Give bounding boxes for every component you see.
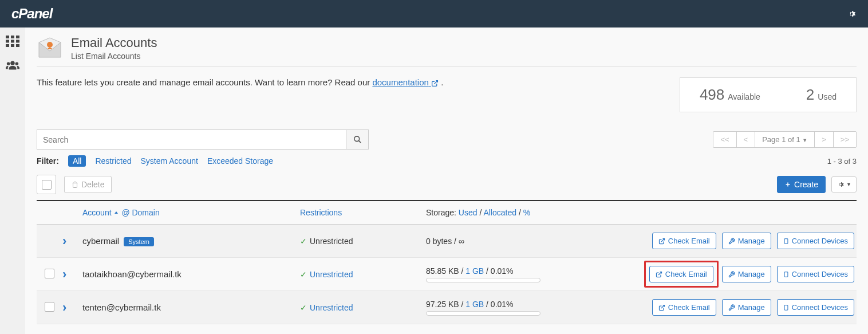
- check-email-button[interactable]: Check Email: [649, 266, 713, 282]
- account-name: cybermail: [82, 236, 119, 246]
- svg-point-10: [7, 62, 10, 65]
- pager-page[interactable]: Page 1 of 1 ▼: [755, 132, 815, 147]
- filter-label: Filter:: [37, 156, 59, 166]
- table-settings-button[interactable]: ▼: [831, 176, 857, 192]
- manage-button[interactable]: Manage: [722, 233, 771, 249]
- row-checkbox[interactable]: [45, 269, 54, 278]
- trash-icon: [72, 181, 78, 188]
- left-sidebar: [0, 27, 25, 334]
- svg-rect-3: [6, 40, 9, 43]
- restriction-value[interactable]: ✓ Unrestricted: [300, 270, 426, 279]
- connect-devices-button[interactable]: Connect Devices: [777, 233, 854, 249]
- wrench-icon: [728, 271, 735, 278]
- gear-icon: [837, 180, 845, 188]
- top-header: cPanel: [0, 0, 868, 27]
- storage-allocated-link[interactable]: 1 GB: [465, 266, 484, 276]
- storage-value: 85.85 KB / 1 GB / 0.01%: [426, 266, 586, 276]
- svg-line-14: [358, 140, 361, 143]
- filter-all[interactable]: All: [68, 155, 86, 167]
- restriction-value[interactable]: ✓ Unrestricted: [300, 303, 426, 312]
- check-email-button[interactable]: Check Email: [652, 233, 716, 249]
- filter-system[interactable]: System Account: [140, 156, 198, 166]
- phone-icon: [783, 304, 789, 312]
- check-email-button[interactable]: Check Email: [652, 299, 716, 316]
- table-row: ›cybermailSystem✓ Unrestricted0 bytes / …: [37, 225, 857, 258]
- external-link-icon: [658, 238, 665, 245]
- svg-point-9: [10, 61, 14, 65]
- filter-restricted[interactable]: Restricted: [95, 156, 131, 166]
- plus-icon: [784, 181, 791, 188]
- delete-button[interactable]: Delete: [64, 176, 112, 193]
- col-restrictions[interactable]: Restrictions: [300, 208, 342, 217]
- intro-prefix: This feature lets you create and manage …: [37, 77, 372, 87]
- pager-prev[interactable]: <: [737, 132, 756, 147]
- storage-progress: [426, 278, 540, 282]
- external-link-icon: [658, 304, 665, 311]
- chevron-right-icon[interactable]: ›: [62, 234, 66, 248]
- pager-first[interactable]: <<: [713, 132, 736, 147]
- select-all-checkbox[interactable]: [42, 180, 52, 190]
- check-icon: ✓: [300, 237, 307, 246]
- result-count: 1 - 3 of 3: [827, 157, 857, 166]
- documentation-link[interactable]: documentation: [372, 77, 439, 87]
- pager-last[interactable]: >>: [834, 132, 856, 147]
- pager-next[interactable]: >: [815, 132, 834, 147]
- page-title: Email Accounts: [71, 36, 157, 50]
- svg-rect-0: [6, 36, 9, 38]
- chevron-right-icon[interactable]: ›: [62, 267, 66, 281]
- search-button[interactable]: [346, 129, 369, 150]
- col-domain-sort[interactable]: @ Domain: [121, 208, 159, 217]
- phone-icon: [783, 237, 789, 245]
- svg-rect-8: [16, 44, 19, 47]
- wrench-icon: [728, 304, 735, 311]
- email-table: Account @ Domain Restrictions Storage: U…: [37, 200, 857, 324]
- filters: Filter: All Restricted System Account Ex…: [37, 155, 273, 167]
- connect-devices-button[interactable]: Connect Devices: [777, 266, 854, 282]
- check-icon: ✓: [300, 303, 307, 312]
- svg-rect-4: [11, 40, 14, 43]
- used-label: Used: [818, 92, 837, 101]
- main-content: Email Accounts List Email Accounts This …: [25, 27, 868, 334]
- manage-button[interactable]: Manage: [722, 266, 771, 282]
- table-header: Account @ Domain Restrictions Storage: U…: [37, 200, 857, 225]
- row-checkbox[interactable]: [45, 302, 54, 312]
- account-name: taotaikhoan@cybermail.tk: [82, 269, 182, 279]
- search-icon: [353, 135, 362, 144]
- col-storage-label: Storage:: [426, 208, 459, 217]
- col-percent[interactable]: %: [523, 208, 530, 217]
- svg-point-11: [15, 62, 19, 65]
- storage-value: 0 bytes / ∞: [426, 237, 586, 246]
- svg-point-12: [47, 42, 53, 48]
- svg-rect-2: [16, 36, 19, 38]
- users-icon[interactable]: [6, 58, 19, 72]
- col-allocated[interactable]: Allocated: [483, 208, 516, 217]
- chevron-right-icon[interactable]: ›: [62, 300, 66, 315]
- restriction-value: ✓ Unrestricted: [300, 237, 426, 246]
- table-row: ›taotaikhoan@cybermail.tk✓ Unrestricted8…: [37, 258, 857, 291]
- storage-allocated-link[interactable]: 1 GB: [465, 300, 484, 309]
- svg-rect-5: [16, 40, 19, 43]
- grid-icon[interactable]: [6, 34, 19, 48]
- svg-rect-21: [784, 305, 788, 309]
- stats-box: 498 Available 2 Used: [680, 77, 857, 112]
- check-icon: ✓: [300, 270, 307, 279]
- external-link-icon: [656, 271, 662, 278]
- col-account-sort[interactable]: Account: [82, 208, 119, 217]
- page-subtitle: List Email Accounts: [71, 52, 157, 61]
- search-input[interactable]: [37, 129, 346, 150]
- svg-rect-19: [784, 272, 788, 276]
- svg-point-13: [354, 136, 359, 142]
- account-name: tenten@cybermail.tk: [82, 302, 161, 312]
- svg-rect-7: [11, 44, 14, 47]
- create-button[interactable]: Create: [777, 176, 826, 193]
- available-count: 498: [700, 86, 724, 104]
- header-settings-icon[interactable]: [846, 9, 857, 19]
- col-used[interactable]: Used: [459, 208, 478, 217]
- filter-exceeded[interactable]: Exceeded Storage: [207, 156, 273, 166]
- available-label: Available: [728, 92, 760, 101]
- table-row: ›tenten@cybermail.tk✓ Unrestricted97.25 …: [37, 291, 857, 324]
- connect-devices-button[interactable]: Connect Devices: [777, 299, 854, 316]
- manage-button[interactable]: Manage: [722, 299, 771, 316]
- storage-value: 97.25 KB / 1 GB / 0.01%: [426, 300, 586, 309]
- phone-icon: [783, 270, 789, 278]
